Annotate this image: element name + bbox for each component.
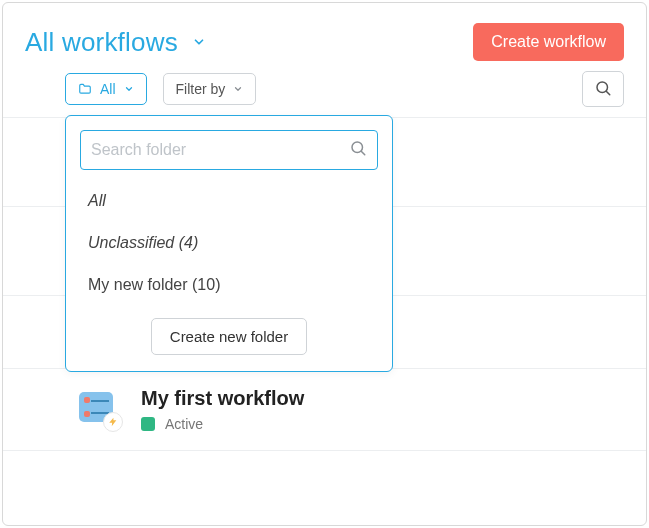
chevron-down-icon — [192, 35, 206, 49]
svg-line-3 — [361, 151, 364, 154]
create-folder-button[interactable]: Create new folder — [151, 318, 307, 355]
status-label: Active — [165, 416, 203, 432]
search-icon — [349, 139, 367, 161]
folder-dropdown: All Unclassified (4) My new folder (10) … — [65, 115, 393, 372]
folder-item-all[interactable]: All — [84, 180, 374, 222]
bolt-icon — [103, 412, 123, 432]
svg-point-2 — [352, 142, 363, 153]
folder-list: All Unclassified (4) My new folder (10) — [80, 170, 378, 312]
folder-search-wrap[interactable] — [80, 130, 378, 170]
status-indicator — [141, 417, 155, 431]
filter-by-label: Filter by — [176, 81, 226, 97]
folder-filter-button[interactable]: All — [65, 73, 147, 105]
folder-item-unclassified[interactable]: Unclassified (4) — [84, 222, 374, 264]
folder-search-input[interactable] — [91, 141, 341, 159]
folder-icon — [78, 82, 92, 96]
create-workflow-button[interactable]: Create workflow — [473, 23, 624, 61]
search-icon — [594, 79, 612, 100]
svg-point-0 — [597, 82, 608, 93]
chevron-down-icon — [124, 84, 134, 94]
workflow-row[interactable]: My first workflow Active — [3, 369, 646, 451]
search-button[interactable] — [582, 71, 624, 107]
page-title: All workflows — [25, 27, 178, 58]
folder-item-my-new-folder[interactable]: My new folder (10) — [84, 264, 374, 306]
folder-filter-label: All — [100, 81, 116, 97]
workflow-icon — [79, 392, 119, 428]
svg-line-1 — [606, 91, 609, 94]
chevron-down-icon — [233, 84, 243, 94]
workflow-title: My first workflow — [141, 387, 304, 410]
page-title-dropdown[interactable]: All workflows — [25, 27, 206, 58]
filter-by-button[interactable]: Filter by — [163, 73, 257, 105]
